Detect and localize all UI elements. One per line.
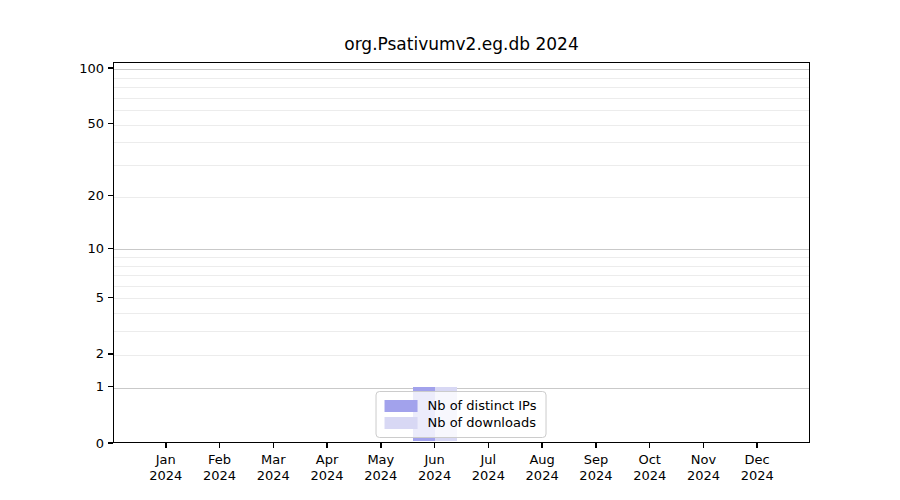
x-tick-mark: [380, 443, 382, 448]
x-tick-label: Nov2024: [673, 452, 733, 484]
y-tick-mark: [108, 123, 113, 125]
y-tick-label: 1: [64, 380, 104, 393]
y-tick-label: 10: [64, 242, 104, 255]
x-tick-year: 2024: [620, 468, 680, 484]
x-tick-mark: [541, 443, 543, 448]
x-tick-label: Apr2024: [297, 452, 357, 484]
x-tick-label: Oct2024: [620, 452, 680, 484]
y-tick-mark: [108, 248, 113, 250]
x-tick-mark: [488, 443, 490, 448]
y-gridline-minor: [114, 266, 809, 267]
x-tick-year: 2024: [351, 468, 411, 484]
x-tick-year: 2024: [458, 468, 518, 484]
x-tick-mark: [326, 443, 328, 448]
y-gridline-minor: [114, 257, 809, 258]
legend-label-distinct-ips: Nb of distinct IPs: [428, 398, 537, 413]
x-tick-label: Jun2024: [405, 452, 465, 484]
x-tick-label: Jul2024: [458, 452, 518, 484]
y-tick-mark: [108, 386, 113, 388]
x-tick-mark: [649, 443, 651, 448]
y-gridline-minor: [114, 286, 809, 287]
x-tick-label: Mar2024: [243, 452, 303, 484]
legend-label-downloads: Nb of downloads: [428, 415, 536, 430]
x-tick-mark: [273, 443, 275, 448]
chart-title: org.Psativumv2.eg.db 2024: [113, 34, 810, 54]
x-tick-mark: [595, 443, 597, 448]
x-tick-label: Feb2024: [190, 452, 250, 484]
y-gridline-minor: [114, 331, 809, 332]
legend: Nb of distinct IPs Nb of downloads: [376, 391, 547, 438]
x-tick-mark: [703, 443, 705, 448]
y-gridline-major: [114, 249, 809, 250]
y-gridline-minor: [114, 298, 809, 299]
x-tick-year: 2024: [512, 468, 572, 484]
x-tick-mark: [165, 443, 167, 448]
x-tick-year: 2024: [190, 468, 250, 484]
y-tick-label: 20: [64, 189, 104, 202]
y-gridline-minor: [114, 142, 809, 143]
y-gridline-minor: [114, 355, 809, 356]
legend-swatch-distinct-ips-icon: [385, 400, 418, 412]
y-gridline-minor: [114, 275, 809, 276]
y-gridline-minor: [114, 78, 809, 79]
x-tick-label: Sep2024: [566, 452, 626, 484]
y-gridline-minor: [114, 313, 809, 314]
legend-swatch-downloads-icon: [385, 417, 418, 429]
x-tick-mark: [434, 443, 436, 448]
y-tick-mark: [108, 195, 113, 197]
x-tick-mark: [219, 443, 221, 448]
y-tick-mark: [108, 297, 113, 299]
plot-area: [113, 62, 810, 443]
y-tick-label: 2: [64, 347, 104, 360]
x-tick-mark: [756, 443, 758, 448]
y-gridline-minor: [114, 98, 809, 99]
y-tick-label: 50: [64, 117, 104, 130]
y-tick-mark: [108, 353, 113, 355]
y-tick-label: 5: [64, 291, 104, 304]
y-gridline-minor: [114, 87, 809, 88]
x-tick-label: May2024: [351, 452, 411, 484]
x-tick-year: 2024: [727, 468, 787, 484]
y-gridline-minor: [114, 165, 809, 166]
y-gridline-minor: [114, 197, 809, 198]
y-gridline-minor: [114, 125, 809, 126]
y-tick-label: 0: [64, 437, 104, 450]
figure: org.Psativumv2.eg.db 2024 0125102050100J…: [0, 0, 900, 500]
legend-entry-downloads: Nb of downloads: [385, 414, 537, 431]
x-tick-year: 2024: [243, 468, 303, 484]
x-tick-year: 2024: [673, 468, 733, 484]
x-tick-year: 2024: [566, 468, 626, 484]
x-tick-year: 2024: [136, 468, 196, 484]
x-tick-year: 2024: [405, 468, 465, 484]
y-tick-mark: [108, 442, 113, 444]
x-tick-label: Aug2024: [512, 452, 572, 484]
x-tick-year: 2024: [297, 468, 357, 484]
y-tick-mark: [108, 67, 113, 69]
y-gridline-minor: [114, 110, 809, 111]
y-gridline-major: [114, 69, 809, 70]
x-tick-label: Dec2024: [727, 452, 787, 484]
x-tick-label: Jan2024: [136, 452, 196, 484]
y-tick-label: 100: [64, 62, 104, 75]
legend-entry-distinct-ips: Nb of distinct IPs: [385, 397, 537, 414]
y-gridline-major: [114, 388, 809, 389]
